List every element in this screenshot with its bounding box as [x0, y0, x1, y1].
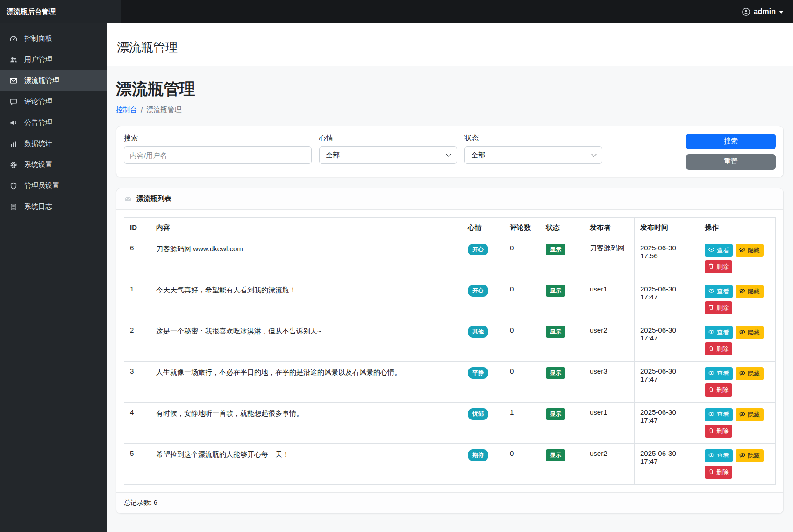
delete-button[interactable]: 删除 — [705, 425, 732, 438]
view-button[interactable]: 查看 — [705, 326, 733, 339]
sidebar-item-bottles[interactable]: 漂流瓶管理 — [0, 70, 107, 91]
row-id: 5 — [124, 444, 150, 485]
row-comments: 0 — [504, 320, 540, 362]
page-header-bar: 漂流瓶管理 — [107, 23, 793, 66]
view-button[interactable]: 查看 — [705, 367, 733, 380]
user-menu[interactable]: admin — [733, 7, 793, 16]
search-button[interactable]: 搜索 — [686, 134, 776, 149]
delete-button[interactable]: 删除 — [705, 260, 732, 273]
sidebar-item-announcements[interactable]: 公告管理 — [0, 112, 107, 133]
sidebar-item-system-settings[interactable]: 系统设置 — [0, 154, 107, 175]
mood-field-group: 心情 全部 — [319, 134, 457, 164]
view-button-label: 查看 — [717, 287, 729, 296]
delete-button[interactable]: 删除 — [705, 301, 732, 314]
row-publisher: user2 — [584, 320, 635, 362]
eye-slash-icon — [739, 329, 745, 336]
mood-badge: 期待 — [468, 449, 488, 461]
sidebar-item-label: 控制面板 — [24, 34, 52, 43]
delete-button[interactable]: 删除 — [705, 342, 732, 355]
eye-icon — [708, 247, 714, 254]
row-time: 2025-06-30 17:47 — [635, 320, 699, 362]
sidebar-item-admin-settings[interactable]: 管理员设置 — [0, 175, 107, 196]
sidebar-item-dashboard[interactable]: 控制面板 — [0, 28, 107, 49]
table-row: 3 人生就像一场旅行，不必在乎目的地，在乎的是沿途的风景以及看风景的心情。 平静… — [124, 362, 776, 403]
mood-select[interactable]: 全部 — [319, 146, 457, 164]
view-button[interactable]: 查看 — [705, 449, 733, 462]
eye-slash-icon — [739, 411, 745, 419]
sidebar-item-label: 系统设置 — [24, 160, 52, 169]
row-content: 今天天气真好，希望能有人看到我的漂流瓶！ — [150, 279, 462, 320]
row-publisher: user2 — [584, 444, 635, 485]
table-row: 1 今天天气真好，希望能有人看到我的漂流瓶！ 开心 0 显示 user1 202… — [124, 279, 776, 320]
hide-button[interactable]: 隐藏 — [736, 244, 764, 257]
trash-icon — [708, 263, 714, 270]
delete-button[interactable]: 删除 — [705, 466, 732, 479]
search-input[interactable] — [124, 146, 312, 164]
view-button[interactable]: 查看 — [705, 408, 733, 421]
hide-button-label: 隐藏 — [748, 452, 760, 460]
hide-button[interactable]: 隐藏 — [736, 285, 764, 298]
status-badge: 显示 — [546, 449, 565, 461]
sidebar-item-label: 漂流瓶管理 — [24, 76, 59, 85]
status-label: 状态 — [464, 134, 602, 142]
chevron-down-icon — [779, 11, 784, 14]
breadcrumb-separator: / — [141, 106, 143, 114]
log-icon — [9, 203, 18, 211]
bottle-list-card: 漂流瓶列表 ID 内容 心情 评论数 状态 — [116, 188, 784, 514]
col-header-actions: 操作 — [699, 218, 776, 238]
eye-slash-icon — [739, 452, 745, 460]
delete-button-label: 删除 — [716, 427, 729, 435]
status-badge: 显示 — [546, 408, 565, 420]
mood-badge: 开心 — [468, 244, 488, 255]
table-row: 5 希望捡到这个漂流瓶的人能够开心每一天！ 期待 0 显示 user2 2025… — [124, 444, 776, 485]
view-button[interactable]: 查看 — [705, 285, 733, 298]
bottle-list-card-footer: 总记录数: 6 — [116, 492, 783, 513]
search-label: 搜索 — [124, 134, 312, 142]
hide-button[interactable]: 隐藏 — [736, 367, 764, 380]
col-header-status: 状态 — [540, 218, 584, 238]
sidebar-item-users[interactable]: 用户管理 — [0, 49, 107, 70]
row-publisher: user1 — [584, 279, 635, 320]
view-button[interactable]: 查看 — [705, 244, 733, 257]
bottle-table-body: 6 刀客源码网 www.dkewl.com 开心 0 显示 刀客源码网 2025… — [124, 238, 776, 485]
sidebar-item-comments[interactable]: 评论管理 — [0, 91, 107, 112]
row-id: 4 — [124, 403, 150, 444]
status-badge: 显示 — [546, 244, 565, 255]
row-content: 希望捡到这个漂流瓶的人能够开心每一天！ — [150, 444, 462, 485]
row-publisher: user3 — [584, 362, 635, 403]
sidebar-item-statistics[interactable]: 数据统计 — [0, 133, 107, 154]
hide-button[interactable]: 隐藏 — [736, 449, 764, 462]
page-title: 漂流瓶管理 — [116, 78, 784, 100]
sidebar-item-system-logs[interactable]: 系统日志 — [0, 196, 107, 217]
mood-badge: 其他 — [468, 326, 488, 338]
row-comments: 1 — [504, 403, 540, 444]
status-select[interactable]: 全部 — [464, 146, 602, 164]
breadcrumb-home-link[interactable]: 控制台 — [116, 106, 137, 114]
mood-badge: 忧郁 — [468, 408, 488, 420]
hide-button[interactable]: 隐藏 — [736, 326, 764, 339]
mood-select-value: 全部 — [326, 151, 340, 160]
shield-icon — [9, 182, 18, 190]
trash-icon — [708, 345, 714, 353]
row-id: 2 — [124, 320, 150, 362]
hide-button[interactable]: 隐藏 — [736, 408, 764, 421]
view-button-label: 查看 — [717, 328, 729, 337]
row-publisher: 刀客源码网 — [584, 238, 635, 279]
delete-button-label: 删除 — [716, 386, 729, 394]
trash-icon — [708, 386, 714, 394]
sidebar: 控制面板 用户管理 漂流瓶管理 评论管理 公告管理 数据统计 系统设置 管理员 — [0, 23, 107, 532]
bottle-table: ID 内容 心情 评论数 状态 发布者 发布时间 操作 6 刀客源码网 — [124, 217, 776, 485]
row-id: 3 — [124, 362, 150, 403]
mood-label: 心情 — [319, 134, 457, 142]
chevron-down-icon — [446, 151, 451, 156]
row-content: 这是一个秘密：我很喜欢吃冰淇淋，但从不告诉别人~ — [150, 320, 462, 362]
delete-button-label: 删除 — [716, 304, 729, 312]
top-navbar: 漂流瓶后台管理 admin — [0, 0, 793, 23]
delete-button[interactable]: 删除 — [705, 383, 732, 397]
reset-button[interactable]: 重置 — [686, 154, 776, 170]
filter-card: 搜索 心情 全部 状态 全部 — [116, 126, 784, 177]
row-comments: 0 — [504, 238, 540, 279]
table-row: 2 这是一个秘密：我很喜欢吃冰淇淋，但从不告诉别人~ 其他 0 显示 user2… — [124, 320, 776, 362]
row-time: 2025-06-30 17:47 — [635, 403, 699, 444]
chart-icon — [9, 140, 18, 148]
